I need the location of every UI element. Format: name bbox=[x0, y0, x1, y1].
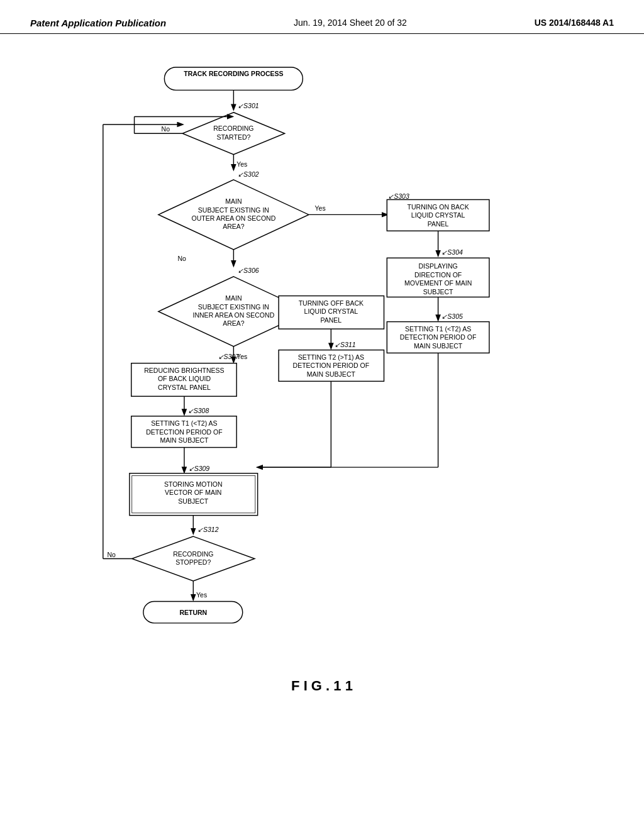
svg-text:SETTING T1 (<T2) AS: SETTING T1 (<T2) AS bbox=[151, 419, 217, 427]
svg-text:PANEL: PANEL bbox=[428, 220, 449, 228]
svg-text:↙S301: ↙S301 bbox=[238, 102, 259, 109]
svg-text:STOPPED?: STOPPED? bbox=[175, 558, 211, 566]
svg-text:OUTER AREA ON SECOND: OUTER AREA ON SECOND bbox=[191, 214, 275, 222]
svg-text:LIQUID CRYSTAL: LIQUID CRYSTAL bbox=[411, 211, 465, 219]
header-patent-number: US 2014/168448 A1 bbox=[535, 18, 614, 28]
svg-text:↙S305: ↙S305 bbox=[441, 313, 463, 320]
svg-text:LIQUID  CRYSTAL: LIQUID CRYSTAL bbox=[304, 307, 358, 315]
svg-text:↙S306: ↙S306 bbox=[238, 267, 259, 274]
svg-text:Yes: Yes bbox=[315, 204, 326, 212]
svg-text:↙S311: ↙S311 bbox=[335, 341, 356, 348]
svg-text:STARTED?: STARTED? bbox=[216, 133, 250, 141]
svg-text:MAIN SUBJECT: MAIN SUBJECT bbox=[414, 342, 463, 350]
svg-text:VECTOR OF MAIN: VECTOR OF MAIN bbox=[165, 489, 221, 496]
svg-text:↙S304: ↙S304 bbox=[441, 248, 463, 256]
svg-text:REDUCING BRIGHTNESS: REDUCING BRIGHTNESS bbox=[144, 367, 224, 374]
svg-text:DISPLAYING: DISPLAYING bbox=[418, 262, 457, 270]
svg-text:PANEL: PANEL bbox=[320, 316, 341, 324]
svg-text:CRYSTAL PANEL: CRYSTAL PANEL bbox=[158, 384, 211, 391]
svg-text:SETTING T2 (>T1) AS: SETTING T2 (>T1) AS bbox=[298, 353, 364, 361]
diagram-area: text { font-family: Arial, sans-serif; f… bbox=[0, 40, 644, 732]
svg-text:AREA?: AREA? bbox=[223, 223, 245, 230]
header-publication-type: Patent Application Publication bbox=[30, 18, 166, 28]
svg-text:↙S307: ↙S307 bbox=[218, 353, 240, 360]
svg-text:↙S309: ↙S309 bbox=[189, 465, 210, 472]
figure-label: F I G . 1 1 bbox=[0, 678, 644, 694]
svg-text:↙S308: ↙S308 bbox=[188, 407, 209, 414]
svg-text:Yes: Yes bbox=[236, 160, 247, 168]
svg-text:DETECTION PERIOD OF: DETECTION PERIOD OF bbox=[293, 362, 370, 369]
svg-text:MAIN: MAIN bbox=[225, 197, 242, 205]
header-date-sheet: Jun. 19, 2014 Sheet 20 of 32 bbox=[294, 18, 407, 28]
svg-text:DIRECTION OF: DIRECTION OF bbox=[414, 271, 462, 279]
svg-text:MAIN: MAIN bbox=[225, 294, 242, 302]
svg-text:No: No bbox=[177, 255, 186, 262]
svg-text:STORING MOTION: STORING MOTION bbox=[164, 480, 223, 488]
svg-text:MOVEMENT OF MAIN: MOVEMENT OF MAIN bbox=[404, 279, 472, 287]
svg-text:↙S302: ↙S302 bbox=[238, 170, 259, 178]
svg-text:↙S303: ↙S303 bbox=[388, 192, 409, 200]
svg-text:TURNING ON BACK: TURNING ON BACK bbox=[408, 203, 469, 211]
page-header: Patent Application Publication Jun. 19, … bbox=[0, 0, 644, 34]
svg-text:MAIN SUBJECT: MAIN SUBJECT bbox=[307, 370, 356, 378]
svg-text:SUBJECT: SUBJECT bbox=[423, 288, 453, 296]
svg-text:MAIN SUBJECT: MAIN SUBJECT bbox=[160, 436, 209, 444]
svg-text:No: No bbox=[162, 125, 170, 133]
svg-text:RECORDING: RECORDING bbox=[213, 124, 253, 132]
svg-text:AREA?: AREA? bbox=[223, 319, 245, 327]
svg-text:TURNING  OFF  BACK: TURNING OFF BACK bbox=[299, 299, 364, 307]
svg-text:No: No bbox=[108, 551, 116, 558]
svg-text:↙S312: ↙S312 bbox=[197, 526, 219, 533]
svg-text:DETECTION PERIOD OF: DETECTION PERIOD OF bbox=[146, 428, 223, 436]
svg-text:DETECTION PERIOD OF: DETECTION PERIOD OF bbox=[400, 333, 477, 341]
flowchart-svg: text { font-family: Arial, sans-serif; f… bbox=[0, 40, 644, 732]
svg-text:SUBJECT EXISTING IN: SUBJECT EXISTING IN bbox=[198, 206, 269, 214]
svg-text:SUBJECT: SUBJECT bbox=[178, 497, 208, 505]
svg-text:RECORDING: RECORDING bbox=[173, 550, 213, 558]
svg-text:TRACK  RECORDING  PROCESS: TRACK RECORDING PROCESS bbox=[184, 70, 283, 77]
svg-text:OF BACK LIQUID: OF BACK LIQUID bbox=[158, 375, 211, 382]
svg-text:RETURN: RETURN bbox=[179, 609, 207, 616]
svg-text:Yes: Yes bbox=[196, 591, 207, 599]
svg-text:SETTING T1 (<T2) AS: SETTING T1 (<T2) AS bbox=[405, 325, 471, 333]
svg-text:INNER AREA ON SECOND: INNER AREA ON SECOND bbox=[193, 311, 275, 319]
svg-text:SUBJECT EXISTING IN: SUBJECT EXISTING IN bbox=[198, 303, 269, 311]
